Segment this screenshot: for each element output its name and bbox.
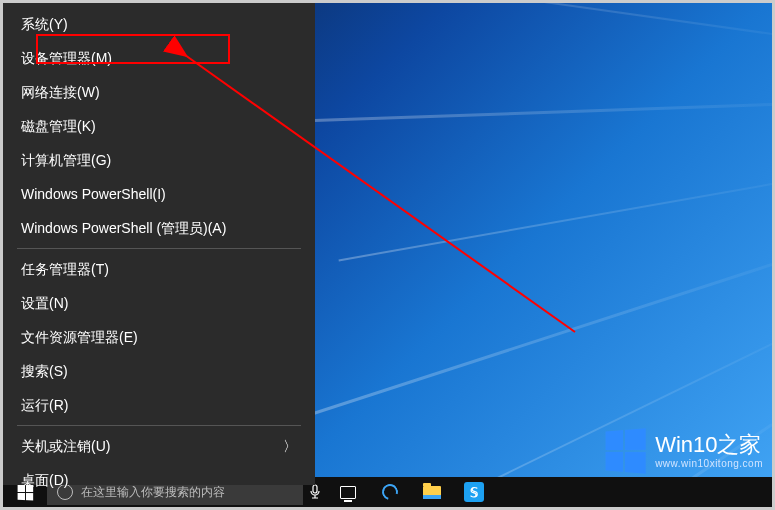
folder-icon	[423, 486, 441, 499]
menu-item-device-manager[interactable]: 设备管理器(M)	[3, 41, 315, 75]
menu-item-computer-management[interactable]: 计算机管理(G)	[3, 143, 315, 177]
menu-item-powershell[interactable]: Windows PowerShell(I)	[3, 177, 315, 211]
menu-item-disk-management[interactable]: 磁盘管理(K)	[3, 109, 315, 143]
taskbar-app-edge[interactable]	[369, 477, 411, 507]
edge-icon	[379, 481, 401, 503]
menu-item-shutdown-signout[interactable]: 关机或注销(U) 〉	[3, 429, 315, 463]
watermark-url: www.win10xitong.com	[655, 458, 763, 469]
menu-item-task-manager[interactable]: 任务管理器(T)	[3, 252, 315, 286]
menu-item-powershell-admin[interactable]: Windows PowerShell (管理员)(A)	[3, 211, 315, 245]
twitter-icon: 𝕊	[464, 482, 484, 502]
task-view-button[interactable]	[327, 477, 369, 507]
menu-item-file-explorer[interactable]: 文件资源管理器(E)	[3, 320, 315, 354]
menu-item-settings[interactable]: 设置(N)	[3, 286, 315, 320]
watermark-title: Win10之家	[655, 433, 763, 457]
chevron-right-icon: 〉	[283, 429, 297, 463]
menu-item-desktop[interactable]: 桌面(D)	[3, 463, 315, 497]
windows-logo-icon	[606, 428, 646, 474]
menu-separator	[17, 425, 301, 426]
menu-item-network-connections[interactable]: 网络连接(W)	[3, 75, 315, 109]
menu-item-run[interactable]: 运行(R)	[3, 388, 315, 422]
menu-separator	[17, 248, 301, 249]
menu-item-search[interactable]: 搜索(S)	[3, 354, 315, 388]
taskbar-app-file-explorer[interactable]	[411, 477, 453, 507]
watermark: Win10之家 www.win10xitong.com	[603, 430, 763, 472]
taskbar-app-twitter[interactable]: 𝕊	[453, 477, 495, 507]
menu-item-system[interactable]: 系统(Y)	[3, 7, 315, 41]
task-view-icon	[340, 486, 356, 499]
winx-context-menu: 系统(Y) 设备管理器(M) 网络连接(W) 磁盘管理(K) 计算机管理(G) …	[3, 3, 315, 485]
